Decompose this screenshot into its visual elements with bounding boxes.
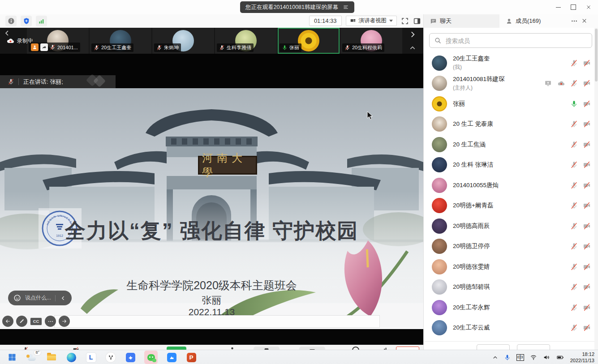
video-thumbnail[interactable]: 20生工王鑫奎: [90, 28, 151, 54]
panel-scrollbar[interactable]: [594, 28, 598, 350]
member-row[interactable]: 20明德+阚青磊: [424, 196, 598, 216]
mic-muted-icon: [570, 141, 578, 148]
banner-menu-icon[interactable]: [343, 4, 349, 10]
chat-tab-label: 聊天: [440, 17, 452, 25]
lenovo-app-button[interactable]: L: [85, 351, 97, 363]
filmstrip-collapse-icon[interactable]: [409, 44, 416, 51]
avatar: [432, 116, 447, 132]
cloud-recording-icon: [6, 37, 14, 45]
network-status-button[interactable]: [36, 16, 47, 26]
tray-expand-icon[interactable]: [492, 355, 498, 360]
member-row[interactable]: 20明德卫停停: [424, 236, 598, 257]
participant-name: 朱炳坤: [164, 44, 179, 51]
camera-muted-icon: [583, 120, 591, 128]
volume-icon[interactable]: [543, 354, 550, 361]
minimize-button[interactable]: [551, 0, 566, 14]
cloud-recording-icon: [557, 80, 565, 87]
start-button[interactable]: [6, 351, 18, 363]
participant-name: 生科李雅倩: [227, 44, 251, 51]
edge-browser-button[interactable]: [65, 351, 77, 363]
panel-close-icon[interactable]: [581, 18, 587, 24]
video-thumbnail[interactable]: 20生科程依莉: [340, 28, 402, 54]
video-thumbnail[interactable]: 201401...: [27, 28, 89, 54]
search-input[interactable]: [445, 34, 590, 48]
mic-muted-icon: [570, 243, 578, 250]
maximize-button[interactable]: [566, 0, 581, 14]
filmstrip-next-icon[interactable]: [409, 30, 417, 39]
tab-members[interactable]: 成员(169): [499, 14, 573, 28]
panel-more-icon[interactable]: [571, 17, 578, 25]
scrollbar-thumb[interactable]: [595, 29, 598, 81]
utility-app-button[interactable]: [105, 351, 116, 363]
member-role: (我): [453, 64, 490, 71]
fullscreen-icon[interactable]: [401, 17, 409, 25]
member-row[interactable]: 20明德邹碧琪: [424, 277, 598, 298]
search-icon: [434, 37, 442, 44]
participant-name: 20生科程依莉: [352, 44, 382, 51]
security-button[interactable]: [21, 16, 32, 26]
watermark-logo: [88, 76, 119, 88]
member-row[interactable]: 20生工岑永辉: [424, 297, 598, 318]
member-row[interactable]: 张丽: [424, 94, 598, 114]
avatar: [432, 320, 447, 335]
member-row[interactable]: 2014010055唐灿: [424, 175, 598, 196]
avatar: [432, 157, 447, 172]
taskbar-clock[interactable]: 18:12 2022/11/13: [570, 351, 594, 364]
thunder-app-button[interactable]: [125, 351, 136, 363]
person-icon: [506, 18, 512, 25]
windows-taskbar: 8° L P: [0, 350, 598, 364]
member-name: 20明德张雯婧: [453, 263, 490, 271]
avatar: [432, 198, 447, 213]
powerpoint-button[interactable]: P: [185, 351, 197, 363]
camera-muted-icon: [583, 161, 591, 169]
video-thumbnail-speaking[interactable]: 张丽: [278, 28, 340, 54]
member-search[interactable]: [429, 33, 592, 48]
member-row[interactable]: 20生工岑云威: [424, 318, 598, 338]
prev-slide-icon: [2, 316, 13, 327]
side-panel-toggle-icon[interactable]: [413, 17, 421, 25]
mic-muted-icon: [570, 283, 578, 291]
member-name: 2014010081韩建琛: [453, 75, 505, 83]
quick-chat-bar[interactable]: 说点什么...: [8, 291, 72, 305]
camera-muted-icon: [583, 80, 591, 87]
molecule-icon: [105, 352, 116, 363]
screen-watch-banner: 您正在观看2014010081韩建琛的屏幕: [240, 1, 354, 13]
meeting-window: 您正在观看2014010081韩建琛的屏幕 01:14:33: [0, 0, 598, 364]
member-row[interactable]: 20明德高雨辰: [424, 216, 598, 236]
members-tab-label: 成员(169): [516, 17, 541, 25]
member-row[interactable]: 20生工王鑫奎 (我): [424, 53, 598, 73]
close-window-button[interactable]: [581, 0, 596, 14]
video-thumbnail[interactable]: 朱炳坤: [152, 28, 214, 54]
member-row[interactable]: 2014010081韩建琛 (主持人): [424, 73, 598, 94]
mic-muted-icon: [94, 45, 99, 51]
weather-widget[interactable]: 8°: [26, 351, 38, 363]
member-row[interactable]: 20 生工 党泰康: [424, 114, 598, 135]
emoji-icon[interactable]: [13, 294, 21, 302]
edge-icon: [67, 353, 76, 362]
speaking-banner-text: 正在讲话: 张丽;: [23, 78, 63, 86]
recording-label: 录制中: [17, 37, 33, 45]
battery-icon[interactable]: [556, 354, 564, 361]
member-row[interactable]: 20 生科 张琳洁: [424, 155, 598, 176]
next-slide-icon: [59, 316, 70, 327]
filmstrip-prev-icon[interactable]: [4, 30, 11, 37]
tray-mic-icon[interactable]: [504, 354, 511, 361]
voov-meeting-button[interactable]: [166, 351, 177, 363]
member-row[interactable]: 20明德张雯婧: [424, 257, 598, 277]
wechat-button[interactable]: [144, 351, 158, 364]
meeting-info-button[interactable]: [5, 16, 17, 26]
ime-indicator[interactable]: 中: [516, 354, 524, 361]
collapse-chat-icon[interactable]: [60, 295, 66, 301]
view-mode-label: 演讲者视图: [359, 17, 387, 25]
video-letterbox-bottom: [0, 329, 423, 345]
view-mode-dropdown[interactable]: 演讲者视图: [346, 16, 397, 26]
mic-muted-icon: [570, 304, 578, 311]
video-thumbnail[interactable]: 生科李雅倩: [215, 28, 277, 54]
file-explorer-button[interactable]: [46, 351, 57, 363]
quick-chat-placeholder[interactable]: 说点什么...: [25, 294, 51, 302]
member-name: 20生工岑云威: [453, 324, 490, 332]
wifi-icon[interactable]: [530, 354, 537, 361]
member-row[interactable]: 20 生工焦涵: [424, 134, 598, 155]
members-panel: 20生工王鑫奎 (我) 2014010081韩建琛 (主持人): [423, 28, 598, 350]
tab-chat[interactable]: 聊天: [424, 14, 506, 28]
